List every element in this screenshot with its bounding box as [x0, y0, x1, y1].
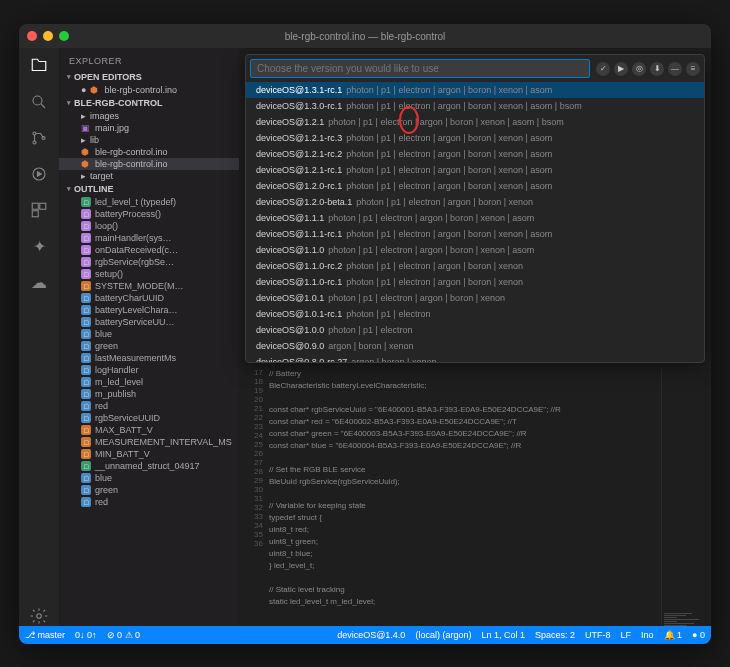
- outline-item[interactable]: □MAX_BATT_V: [59, 424, 239, 436]
- open-editor-item[interactable]: ● ⬢ble-rgb-control.ino: [59, 84, 239, 96]
- editor-body: ✦ ☁ EXPLORER OPEN EDITORS ● ⬢ble-rgb-con…: [19, 48, 711, 626]
- palette-check-icon[interactable]: ✓: [596, 62, 610, 76]
- palette-item[interactable]: deviceOS@0.9.0 argon | boron | xenon: [246, 338, 704, 354]
- extensions-icon[interactable]: [29, 200, 49, 220]
- palette-item[interactable]: deviceOS@1.1.1-rc.1 photon | p1 | electr…: [246, 226, 704, 242]
- status-encoding[interactable]: UTF-8: [585, 630, 611, 640]
- file-main-jpg[interactable]: ▣main.jpg: [59, 122, 239, 134]
- palette-item[interactable]: deviceOS@0.8.0-rc.27 argon | boron | xen…: [246, 354, 704, 362]
- outline-section[interactable]: OUTLINE: [59, 182, 239, 196]
- status-sync[interactable]: 0↓ 0↑: [75, 630, 97, 640]
- status-rec-icon[interactable]: ● 0: [692, 630, 705, 640]
- status-language[interactable]: Ino: [641, 630, 654, 640]
- sidebar-header: EXPLORER: [59, 52, 239, 70]
- svg-rect-7: [32, 211, 38, 217]
- palette-item[interactable]: deviceOS@1.3.1-rc.1 photon | p1 | electr…: [246, 82, 704, 98]
- outline-item[interactable]: □red: [59, 496, 239, 508]
- palette-item[interactable]: deviceOS@1.0.0 photon | p1 | electron: [246, 322, 704, 338]
- outline-item[interactable]: □MIN_BATT_V: [59, 448, 239, 460]
- search-icon[interactable]: [29, 92, 49, 112]
- status-bell-icon[interactable]: 🔔 1: [664, 630, 683, 640]
- palette-target-icon[interactable]: ◎: [632, 62, 646, 76]
- outline-item[interactable]: □green: [59, 484, 239, 496]
- debug-icon[interactable]: [29, 164, 49, 184]
- palette-item[interactable]: deviceOS@1.3.0-rc.1 photon | p1 | electr…: [246, 98, 704, 114]
- outline-item[interactable]: □rgbServiceUUID: [59, 412, 239, 424]
- palette-item[interactable]: deviceOS@1.0.1-rc.1 photon | p1 | electr…: [246, 306, 704, 322]
- status-bar: ⎇ master 0↓ 0↑ ⊘ 0 ⚠ 0 deviceOS@1.4.0 (l…: [19, 626, 711, 644]
- palette-item[interactable]: deviceOS@1.2.1-rc.2 photon | p1 | electr…: [246, 146, 704, 162]
- outline-item[interactable]: □lastMeasurementMs: [59, 352, 239, 364]
- svg-point-8: [37, 614, 42, 619]
- palette-input[interactable]: [250, 59, 590, 78]
- svg-point-2: [33, 141, 36, 144]
- palette-item[interactable]: deviceOS@1.2.1 photon | p1 | electron | …: [246, 114, 704, 130]
- outline-item[interactable]: □MEASUREMENT_INTERVAL_MS: [59, 436, 239, 448]
- status-spaces[interactable]: Spaces: 2: [535, 630, 575, 640]
- cloud-icon[interactable]: ☁: [29, 272, 49, 292]
- outline-item[interactable]: □rgbService(rgbSe…: [59, 256, 239, 268]
- folder-lib[interactable]: ▸ lib: [59, 134, 239, 146]
- outline-item[interactable]: □batteryServiceUU…: [59, 316, 239, 328]
- outline-item[interactable]: □onDataReceived(c…: [59, 244, 239, 256]
- outline-item[interactable]: □logHandler: [59, 364, 239, 376]
- explorer-icon[interactable]: [29, 56, 49, 76]
- titlebar: ble-rgb-control.ino — ble-rgb-control: [19, 24, 711, 48]
- outline-item[interactable]: □mainHandler(sys…: [59, 232, 239, 244]
- activity-bar: ✦ ☁: [19, 48, 59, 626]
- outline-item[interactable]: □SYSTEM_MODE(M…: [59, 280, 239, 292]
- folder-target[interactable]: ▸ target: [59, 170, 239, 182]
- palette-item[interactable]: deviceOS@1.2.0-beta.1 photon | p1 | elec…: [246, 194, 704, 210]
- status-cursor[interactable]: Ln 1, Col 1: [481, 630, 525, 640]
- outline-item[interactable]: □batteryLevelChara…: [59, 304, 239, 316]
- status-branch[interactable]: ⎇ master: [25, 630, 65, 640]
- minimap[interactable]: [661, 368, 711, 626]
- status-eol[interactable]: LF: [620, 630, 631, 640]
- palette-item[interactable]: deviceOS@1.1.0 photon | p1 | electron | …: [246, 242, 704, 258]
- outline-item[interactable]: □batteryCharUUID: [59, 292, 239, 304]
- project-section[interactable]: BLE-RGB-CONTROL: [59, 96, 239, 110]
- status-device[interactable]: deviceOS@1.4.0: [337, 630, 405, 640]
- command-palette: ✓ ▶ ◎ ⬇ — ≡ deviceOS@1.3.1-rc.1 photon |…: [239, 48, 711, 363]
- outline-item[interactable]: □m_publish: [59, 388, 239, 400]
- outline-item[interactable]: □setup(): [59, 268, 239, 280]
- source-control-icon[interactable]: [29, 128, 49, 148]
- open-editors-section[interactable]: OPEN EDITORS: [59, 70, 239, 84]
- palette-play-icon[interactable]: ▶: [614, 62, 628, 76]
- settings-icon[interactable]: [29, 606, 49, 626]
- outline-item[interactable]: □blue: [59, 472, 239, 484]
- folder-images[interactable]: ▸ images: [59, 110, 239, 122]
- palette-item[interactable]: deviceOS@1.1.0-rc.2 photon | p1 | electr…: [246, 258, 704, 274]
- palette-menu-icon[interactable]: ≡: [686, 62, 700, 76]
- svg-rect-5: [32, 203, 38, 209]
- palette-item[interactable]: deviceOS@1.1.1 photon | p1 | electron | …: [246, 210, 704, 226]
- palette-item[interactable]: deviceOS@1.2.1-rc.1 photon | p1 | electr…: [246, 162, 704, 178]
- editor-window: ble-rgb-control.ino — ble-rgb-control ✦ …: [19, 24, 711, 644]
- status-target[interactable]: (local) (argon): [415, 630, 471, 640]
- file-ino-1[interactable]: ⬢ble-rgb-control.ino: [59, 146, 239, 158]
- window-title: ble-rgb-control.ino — ble-rgb-control: [19, 31, 711, 42]
- palette-download-icon[interactable]: ⬇: [650, 62, 664, 76]
- palette-item[interactable]: deviceOS@1.1.0-rc.1 photon | p1 | electr…: [246, 274, 704, 290]
- code-content[interactable]: // BatteryBleCharacteristic batteryLevel…: [269, 368, 661, 626]
- outline-item[interactable]: □__unnamed_struct_04917: [59, 460, 239, 472]
- palette-item[interactable]: deviceOS@1.2.0-rc.1 photon | p1 | electr…: [246, 178, 704, 194]
- outline-item[interactable]: □loop(): [59, 220, 239, 232]
- palette-item[interactable]: deviceOS@1.2.1-rc.3 photon | p1 | electr…: [246, 130, 704, 146]
- outline-item[interactable]: □blue: [59, 328, 239, 340]
- status-errors[interactable]: ⊘ 0 ⚠ 0: [107, 630, 141, 640]
- svg-rect-6: [40, 203, 46, 209]
- sidebar: EXPLORER OPEN EDITORS ● ⬢ble-rgb-control…: [59, 48, 239, 626]
- editor-area: ✓ ▶ ◎ ⬇ — ≡ deviceOS@1.3.1-rc.1 photon |…: [239, 48, 711, 626]
- outline-item[interactable]: □green: [59, 340, 239, 352]
- file-ino-2[interactable]: ⬢ble-rgb-control.ino: [59, 158, 239, 170]
- outline-item[interactable]: □batteryProcess(): [59, 208, 239, 220]
- outline-item[interactable]: □led_level_t (typedef): [59, 196, 239, 208]
- palette-dash-icon[interactable]: —: [668, 62, 682, 76]
- particle-icon[interactable]: ✦: [29, 236, 49, 256]
- palette-item[interactable]: deviceOS@1.0.1 photon | p1 | electron | …: [246, 290, 704, 306]
- palette-list: deviceOS@1.3.1-rc.1 photon | p1 | electr…: [246, 82, 704, 362]
- outline-item[interactable]: □red: [59, 400, 239, 412]
- outline-item[interactable]: □m_led_level: [59, 376, 239, 388]
- svg-point-1: [33, 132, 36, 135]
